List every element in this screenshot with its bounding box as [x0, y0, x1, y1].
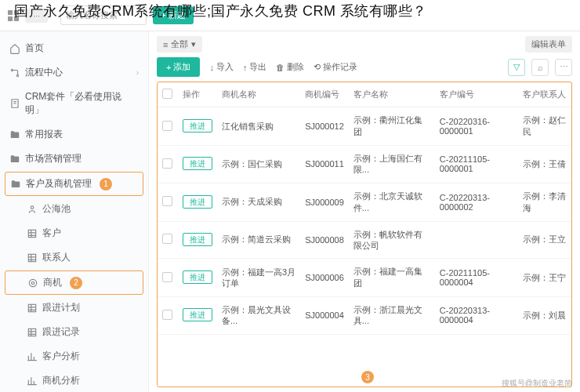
- sidebar-item[interactable]: 商机分析: [0, 368, 148, 392]
- cell-cust-code: C-20220313-0000002: [435, 183, 518, 221]
- home-icon: [9, 43, 20, 54]
- sidebar-item[interactable]: 客户分析: [0, 344, 148, 368]
- column-header[interactable]: 客户编号: [435, 82, 518, 107]
- cell-name: 示例：天成采购: [217, 183, 300, 221]
- sidebar-label: CRM套件「必看使用说明」: [25, 90, 139, 117]
- cell-name: 江化销售采购: [217, 107, 300, 146]
- row-checkbox[interactable]: [162, 272, 172, 282]
- row-checkbox[interactable]: [162, 310, 172, 320]
- cell-code: SJ000012: [300, 107, 349, 146]
- cell-cust-code: [435, 221, 518, 259]
- sidebar-item[interactable]: 流程中心›: [0, 60, 148, 85]
- row-checkbox[interactable]: [162, 196, 172, 206]
- target-icon: [27, 278, 38, 289]
- column-header[interactable]: [158, 82, 178, 107]
- folder-icon: [9, 154, 20, 165]
- clock-icon: ⟲: [314, 62, 321, 72]
- data-table-container: 操作商机名称商机编号客户名称客户编号客户联系人 推进江化销售采购SJ000012…: [157, 82, 572, 387]
- more-icon[interactable]: ⋯: [555, 59, 572, 76]
- trash-icon: 🗑: [276, 63, 285, 72]
- row-checkbox[interactable]: [162, 121, 172, 131]
- sidebar: 首页流程中心›CRM套件「必看使用说明」常用报表市场营销管理客户及商机管理1公海…: [0, 31, 149, 392]
- column-header[interactable]: 操作: [178, 82, 217, 107]
- sidebar-label: 客户: [42, 227, 61, 240]
- table-row[interactable]: 推进示例：福建一高3月订单SJ000006示例：福建一高集团C-20211105…: [158, 259, 571, 297]
- column-header[interactable]: 客户名称: [349, 82, 435, 107]
- view-selector[interactable]: ≡ 全部 ▾: [157, 36, 202, 53]
- view-label: 全部: [171, 38, 188, 50]
- column-header[interactable]: 客户联系人: [518, 82, 571, 107]
- push-button[interactable]: 推进: [183, 119, 212, 132]
- content-area: ≡ 全部 ▾ 编辑表单 +添加 ↓导入 ↑导出 🗑删除 ⟲操作记录 ▽ ⌕ ⋯ …: [149, 31, 580, 392]
- sidebar-item[interactable]: 常用报表: [0, 122, 148, 147]
- sidebar-item[interactable]: 联系人: [0, 245, 148, 270]
- export-button[interactable]: ↑导出: [243, 61, 267, 73]
- sidebar-item[interactable]: 客户及商机管理1: [5, 172, 143, 196]
- push-button[interactable]: 推进: [183, 308, 212, 321]
- push-button[interactable]: 推进: [183, 195, 212, 209]
- svg-rect-4: [28, 230, 35, 237]
- sidebar-label: 常用报表: [25, 128, 63, 141]
- sidebar-label: 商机分析: [42, 374, 80, 387]
- cell-contact: 示例：赵仁民: [518, 107, 571, 146]
- table-row[interactable]: 推进示例：简道云采购SJ000008示例：帆软软件有限公司示例：王立: [158, 221, 571, 259]
- column-header[interactable]: 商机名称: [217, 82, 300, 107]
- sidebar-item[interactable]: 客户: [0, 221, 148, 245]
- svg-point-3: [31, 205, 34, 209]
- import-button[interactable]: ↓导入: [209, 61, 234, 73]
- cell-contact: 示例：王立: [518, 221, 571, 259]
- cell-name: 示例：福建一高3月订单: [217, 259, 300, 297]
- chart-icon: [27, 351, 38, 362]
- delete-button[interactable]: 🗑删除: [276, 61, 304, 73]
- cell-code: SJ000006: [300, 259, 349, 297]
- view-bar: ≡ 全部 ▾ 编辑表单: [157, 36, 572, 53]
- history-button[interactable]: ⟲操作记录: [314, 61, 357, 73]
- search-icon[interactable]: ⌕: [531, 59, 549, 76]
- push-button[interactable]: 推进: [183, 157, 212, 170]
- cell-cust-code: C-20220316-0000001: [435, 107, 518, 146]
- row-checkbox[interactable]: [162, 234, 172, 244]
- sidebar-label: 跟进计划: [42, 301, 80, 314]
- sidebar-label: 公海池: [42, 202, 71, 216]
- filter-icon[interactable]: ▽: [508, 59, 525, 76]
- watermark: 搜狐号@制造业老简: [502, 378, 572, 389]
- cell-contact: 示例：李清海: [518, 183, 571, 221]
- cell-customer: 示例：浙江晨光文具...: [349, 297, 435, 335]
- sidebar-item[interactable]: 公海池: [0, 197, 148, 221]
- chevron-right-icon: ›: [136, 68, 139, 77]
- row-checkbox[interactable]: [162, 158, 172, 169]
- sidebar-label: 客户分析: [42, 350, 80, 363]
- table-row[interactable]: 推进示例：国仁采购SJ000011示例：上海国仁有限...C-20211105-…: [158, 146, 571, 183]
- sidebar-item[interactable]: 首页: [0, 36, 148, 60]
- table-row[interactable]: 推进江化销售采购SJ000012示例：衢州江化集团C-20220316-0000…: [158, 107, 571, 146]
- sidebar-label: 商机: [43, 276, 62, 289]
- plus-icon: +: [166, 63, 171, 72]
- push-button[interactable]: 推进: [183, 270, 212, 284]
- cell-name: 示例：简道云采购: [217, 221, 300, 259]
- edit-form-button[interactable]: 编辑表单: [525, 36, 572, 53]
- sidebar-label: 跟进记录: [42, 325, 80, 339]
- push-button[interactable]: 推进: [183, 233, 212, 246]
- sidebar-item[interactable]: 市场营销管理: [0, 147, 148, 171]
- grid-icon: [27, 327, 38, 338]
- cell-cust-code: C-20220313-0000004: [435, 297, 518, 335]
- cell-contact: 示例：王宁: [518, 259, 571, 297]
- sidebar-item[interactable]: CRM套件「必看使用说明」: [0, 85, 148, 122]
- cell-code: SJ000011: [300, 146, 349, 183]
- flow-icon: [9, 67, 20, 78]
- add-button[interactable]: +添加: [157, 57, 200, 77]
- checkbox-all[interactable]: [162, 89, 172, 99]
- sidebar-label: 市场营销管理: [25, 152, 82, 165]
- data-table: 操作商机名称商机编号客户名称客户编号客户联系人 推进江化销售采购SJ000012…: [158, 82, 571, 335]
- folder-icon: [9, 129, 20, 140]
- sidebar-item[interactable]: 跟进记录: [0, 320, 148, 344]
- badge: 1: [100, 178, 112, 191]
- table-row[interactable]: 推进示例：晨光文具设备...SJ000004示例：浙江晨光文具...C-2022…: [158, 297, 571, 335]
- sidebar-item[interactable]: 商机2: [5, 270, 143, 295]
- column-header[interactable]: 商机编号: [300, 82, 349, 107]
- sidebar-label: 首页: [25, 42, 44, 55]
- table-row[interactable]: 推进示例：天成采购SJ000009示例：北京天诚软件...C-20220313-…: [158, 183, 571, 221]
- toolbar: +添加 ↓导入 ↑导出 🗑删除 ⟲操作记录 ▽ ⌕ ⋯: [157, 57, 572, 77]
- badge-3: 3: [361, 371, 374, 383]
- sidebar-item[interactable]: 跟进计划: [0, 296, 148, 320]
